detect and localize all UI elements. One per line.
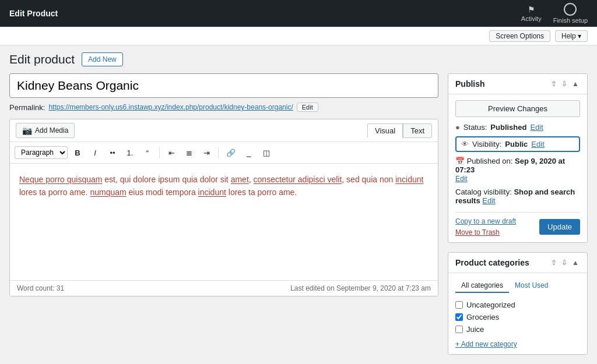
editor-content[interactable]: Neque porro quisquam est, qui dolore ips… <box>10 164 438 280</box>
publish-box: Publish ⇧ ⇩ ▲ Preview Changes ● Status: … <box>448 73 588 243</box>
finish-setup-label: Finish setup <box>553 17 588 24</box>
horizontal-rule-button[interactable]: ⎯ <box>241 145 257 160</box>
table-button[interactable]: ◫ <box>259 145 274 160</box>
all-categories-tab[interactable]: All categories <box>455 279 509 293</box>
list-item: Groceries <box>455 311 580 323</box>
publish-box-controls: ⇧ ⇩ ▲ <box>550 79 580 89</box>
published-on-label: Published on: <box>467 157 513 165</box>
page-title: Edit product <box>9 52 75 66</box>
add-category-link[interactable]: + Add new category <box>455 340 580 348</box>
bold-button[interactable]: B <box>70 145 85 160</box>
status-label: Status: <box>463 123 487 132</box>
update-button[interactable]: Update <box>539 219 580 235</box>
categories-collapse-up[interactable]: ⇧ <box>550 257 558 268</box>
admin-bar: Edit Product ⚑ Activity Finish setup <box>0 0 597 27</box>
editor-view-tabs: Visual Text <box>367 123 432 138</box>
status-row: ● Status: Published Edit <box>455 123 580 132</box>
categories-tabs: All categories Most Used <box>455 279 580 293</box>
product-title-input[interactable] <box>9 73 438 98</box>
status-value: Published <box>490 123 526 132</box>
publish-box-content: Preview Changes ● Status: Published Edit… <box>448 94 587 242</box>
ordered-list-button[interactable]: 1. <box>122 145 138 160</box>
unordered-list-button[interactable]: •• <box>105 145 120 160</box>
uncategorized-checkbox[interactable] <box>455 301 463 309</box>
publish-collapse-down[interactable]: ⇩ <box>560 79 568 89</box>
add-new-button[interactable]: Add New <box>82 52 123 66</box>
categories-box-content: All categories Most Used Uncategorized G… <box>448 273 587 354</box>
align-left-button[interactable]: ⇤ <box>164 145 179 160</box>
permalink-label: Permalink: <box>9 103 45 112</box>
finish-setup-button[interactable]: Finish setup <box>553 3 588 24</box>
add-media-label: Add Media <box>35 126 68 135</box>
status-edit-link[interactable]: Edit <box>530 123 543 132</box>
visibility-label: Visibility: <box>472 140 501 149</box>
page-header: Edit product Add New <box>0 45 597 66</box>
publish-left-actions: Copy to a new draft Move to Trash <box>455 217 516 236</box>
main-layout: Permalink: https://members-only.us6.inst… <box>0 66 597 364</box>
publish-date-row: 📅 Published on: Sep 9, 2020 at 07:23 Edi… <box>455 157 580 183</box>
uncategorized-label: Uncategorized <box>466 301 515 309</box>
publish-actions: Copy to a new draft Move to Trash Update <box>455 212 580 236</box>
publish-date-edit-link[interactable]: Edit <box>455 175 468 183</box>
visual-tab[interactable]: Visual <box>367 123 403 138</box>
italic-button[interactable]: I <box>87 145 103 160</box>
visibility-value: Public <box>505 140 528 149</box>
visibility-edit-link[interactable]: Edit <box>531 140 544 149</box>
most-used-tab[interactable]: Most Used <box>509 279 554 293</box>
admin-bar-right: ⚑ Activity Finish setup <box>521 3 588 24</box>
text-tab[interactable]: Text <box>403 123 432 138</box>
list-item: Juice <box>455 323 580 335</box>
copy-draft-link[interactable]: Copy to a new draft <box>455 217 516 225</box>
publish-box-header: Publish ⇧ ⇩ ▲ <box>448 74 587 94</box>
flag-icon: ⚑ <box>528 5 535 14</box>
preview-changes-button[interactable]: Preview Changes <box>455 100 580 117</box>
catalog-row: Catalog visibility: Shop and search resu… <box>455 188 580 205</box>
permalink-edit-button[interactable]: Edit <box>297 103 318 112</box>
trash-link[interactable]: Move to Trash <box>455 228 500 236</box>
catalog-label: Catalog visibility: <box>455 188 512 196</box>
catalog-edit-link[interactable]: Edit <box>482 196 495 205</box>
add-media-button[interactable]: 📷 Add Media <box>16 123 75 138</box>
publish-toggle[interactable]: ▲ <box>571 79 580 89</box>
last-edited: Last edited on September 9, 2020 at 7:23… <box>290 284 431 292</box>
screen-options-button[interactable]: Screen Options <box>489 30 550 42</box>
permalink-row: Permalink: https://members-only.us6.inst… <box>9 103 438 112</box>
separator-1 <box>159 147 160 158</box>
categories-box-header: Product categories ⇧ ⇩ ▲ <box>448 253 587 273</box>
paragraph-select[interactable]: Paragraph <box>15 146 68 159</box>
editor-text: Neque porro quisquam est, qui dolore ips… <box>19 173 429 199</box>
link-button[interactable]: 🔗 <box>223 145 239 160</box>
groceries-checkbox[interactable] <box>455 313 463 321</box>
editor-footer: Word count: 31 Last edited on September … <box>10 280 438 296</box>
separator-2 <box>218 147 219 158</box>
editor-box: 📷 Add Media Visual Text Paragraph B I ••… <box>9 119 438 296</box>
categories-box-controls: ⇧ ⇩ ▲ <box>550 257 580 268</box>
categories-box-title: Product categories <box>455 258 529 267</box>
add-media-icon: 📷 <box>22 126 32 135</box>
help-button[interactable]: Help ▾ <box>555 30 588 42</box>
visibility-row: 👁 Visibility: Public Edit <box>455 136 580 152</box>
blockquote-button[interactable]: “ <box>140 145 155 160</box>
categories-collapse-down[interactable]: ⇩ <box>560 257 568 268</box>
permalink-link[interactable]: https://members-only.us6.instawp.xyz/ind… <box>48 103 293 111</box>
juice-label: Juice <box>466 325 484 334</box>
list-item: Uncategorized <box>455 299 580 311</box>
content-area: Permalink: https://members-only.us6.inst… <box>9 73 438 296</box>
align-right-button[interactable]: ⇥ <box>199 145 214 160</box>
activity-button[interactable]: ⚑ Activity <box>521 5 542 22</box>
publish-collapse-up[interactable]: ⇧ <box>550 79 558 89</box>
visibility-icon: 👁 <box>461 140 469 149</box>
calendar-icon: 📅 <box>455 157 465 165</box>
status-icon: ● <box>455 123 460 132</box>
categories-toggle[interactable]: ▲ <box>571 257 580 268</box>
word-count: Word count: 31 <box>17 284 64 292</box>
activity-label: Activity <box>521 15 542 22</box>
product-categories-box: Product categories ⇧ ⇩ ▲ All categories … <box>448 252 588 355</box>
category-list: Uncategorized Groceries Juice <box>455 299 580 335</box>
formatting-toolbar: Paragraph B I •• 1. “ ⇤ ≣ ⇥ 🔗 ⎯ ◫ <box>10 142 438 164</box>
circle-icon <box>564 3 577 16</box>
screen-options-bar: Screen Options Help ▾ <box>0 27 597 45</box>
align-center-button[interactable]: ≣ <box>181 145 196 160</box>
juice-checkbox[interactable] <box>455 326 463 333</box>
admin-bar-title: Edit Product <box>9 9 58 18</box>
